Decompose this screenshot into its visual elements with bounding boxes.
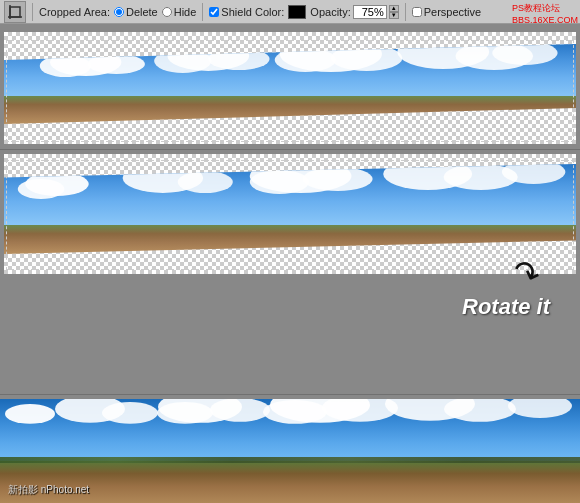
separator-1 bbox=[0, 149, 580, 150]
svg-point-20 bbox=[250, 170, 309, 194]
mid-panel bbox=[4, 154, 576, 274]
crop-tool-icon[interactable] bbox=[4, 1, 26, 23]
rotate-label: Rotate it bbox=[462, 294, 550, 320]
svg-point-35 bbox=[444, 399, 516, 422]
delete-radio-group: Delete bbox=[114, 6, 158, 18]
opacity-label: Opacity: bbox=[310, 6, 350, 18]
perspective-option[interactable]: Perspective bbox=[412, 6, 481, 18]
delete-radio[interactable] bbox=[114, 7, 124, 17]
hide-option[interactable]: Hide bbox=[162, 6, 197, 18]
divider1 bbox=[32, 3, 33, 21]
separator-2 bbox=[0, 394, 580, 395]
opacity-arrows[interactable]: ▲ ▼ bbox=[389, 5, 399, 19]
svg-point-18 bbox=[178, 171, 233, 193]
top-panel bbox=[4, 32, 576, 144]
opacity-down-arrow[interactable]: ▼ bbox=[389, 12, 399, 19]
perspective-checkbox[interactable] bbox=[412, 7, 422, 17]
svg-point-21 bbox=[303, 167, 373, 191]
divider3 bbox=[405, 3, 406, 21]
main-canvas: ↷ Rotate it 新拍影 nPhoto.net bbox=[0, 24, 580, 503]
svg-point-30 bbox=[210, 399, 270, 422]
svg-rect-0 bbox=[10, 7, 20, 17]
opacity-control: Opacity: ▲ ▼ bbox=[310, 5, 398, 19]
mid-slanted-image bbox=[4, 164, 576, 254]
svg-point-36 bbox=[508, 399, 572, 418]
watermark-bottom: 新拍影 nPhoto.net bbox=[8, 483, 89, 497]
bot-treeline bbox=[0, 457, 580, 463]
hide-radio[interactable] bbox=[162, 7, 172, 17]
opacity-up-arrow[interactable]: ▲ bbox=[389, 5, 399, 12]
toolbar: Cropped Area: Delete Hide Shield Color: … bbox=[0, 0, 580, 24]
svg-point-29 bbox=[157, 402, 213, 424]
shield-checkbox-option[interactable]: Shield Color: bbox=[209, 6, 284, 18]
svg-point-27 bbox=[102, 402, 158, 424]
divider2 bbox=[202, 3, 203, 21]
cropped-area-label: Cropped Area: bbox=[39, 6, 110, 18]
svg-point-25 bbox=[5, 404, 55, 424]
delete-option[interactable]: Delete bbox=[114, 6, 158, 18]
svg-point-32 bbox=[263, 400, 327, 424]
shield-checkbox[interactable] bbox=[209, 7, 219, 17]
svg-point-16 bbox=[18, 179, 65, 199]
shield-color-swatch[interactable] bbox=[288, 5, 306, 19]
watermark-top-right: PS教程论坛 BBS.16XE.COM bbox=[512, 2, 578, 25]
hide-radio-group: Hide bbox=[162, 6, 197, 18]
opacity-input[interactable] bbox=[353, 5, 387, 19]
